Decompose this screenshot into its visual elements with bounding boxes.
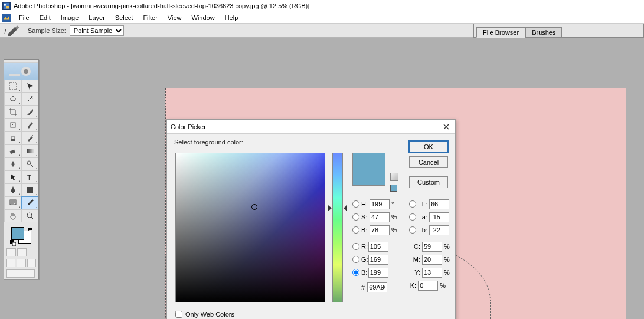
tool-grid: T bbox=[4, 80, 38, 222]
marquee-tool[interactable] bbox=[4, 80, 21, 93]
default-colors-icon[interactable] bbox=[10, 240, 16, 246]
radio-h[interactable] bbox=[352, 200, 359, 208]
input-bness[interactable] bbox=[370, 225, 390, 235]
type-tool[interactable]: T bbox=[21, 170, 38, 183]
color-wells: ⇄ bbox=[4, 222, 38, 247]
input-k[interactable] bbox=[418, 281, 438, 291]
radio-s[interactable] bbox=[352, 213, 359, 221]
only-web-colors[interactable]: Only Web Colors bbox=[175, 311, 234, 318]
menu-view[interactable]: View bbox=[164, 13, 186, 22]
input-a[interactable] bbox=[429, 212, 449, 222]
lasso-tool[interactable] bbox=[4, 93, 21, 106]
standard-mode-button[interactable] bbox=[6, 248, 16, 256]
radio-lab-b[interactable] bbox=[409, 226, 416, 234]
screen-mode-full[interactable] bbox=[27, 259, 36, 267]
input-r[interactable] bbox=[368, 242, 388, 252]
websafe-swatch[interactable] bbox=[390, 185, 397, 192]
window-title: Adobe Photoshop - [woman-wearing-pink-co… bbox=[14, 2, 309, 9]
photoshop-logo-icon bbox=[2, 2, 11, 10]
clone-stamp-tool[interactable] bbox=[4, 131, 21, 144]
eraser-tool[interactable] bbox=[4, 144, 21, 157]
notes-tool[interactable] bbox=[4, 196, 21, 209]
close-icon[interactable] bbox=[441, 121, 452, 132]
sample-size-select[interactable]: Point Sample bbox=[70, 25, 124, 36]
radio-l[interactable] bbox=[409, 200, 416, 208]
input-y[interactable] bbox=[422, 268, 442, 278]
separator bbox=[24, 25, 24, 36]
input-lab-b[interactable] bbox=[429, 225, 449, 235]
menu-help[interactable]: Help bbox=[221, 13, 243, 22]
custom-button[interactable]: Custom bbox=[409, 176, 448, 188]
ok-button[interactable]: OK bbox=[409, 141, 448, 153]
input-c[interactable] bbox=[422, 242, 442, 252]
brush-tool[interactable] bbox=[21, 119, 38, 131]
crop-tool[interactable] bbox=[4, 106, 21, 119]
svg-point-2 bbox=[4, 4, 6, 6]
suffix-pct: % bbox=[444, 243, 450, 250]
radio-a[interactable] bbox=[409, 213, 416, 221]
saturation-value-field[interactable] bbox=[175, 153, 325, 302]
radio-b[interactable] bbox=[352, 226, 359, 234]
pen-tool[interactable] bbox=[4, 183, 21, 196]
blur-tool[interactable] bbox=[4, 157, 21, 170]
svg-rect-3 bbox=[6, 6, 9, 9]
svg-point-7 bbox=[24, 69, 28, 74]
tab-file-browser[interactable]: File Browser bbox=[476, 27, 525, 38]
radio-blue[interactable] bbox=[352, 269, 359, 276]
hue-slider[interactable] bbox=[332, 153, 343, 302]
svg-rect-21 bbox=[12, 242, 16, 246]
zoom-tool[interactable] bbox=[21, 209, 38, 222]
input-blue[interactable] bbox=[368, 268, 388, 278]
screen-mode-standard[interactable] bbox=[6, 259, 15, 267]
svg-text:T: T bbox=[27, 174, 31, 181]
hand-tool[interactable] bbox=[4, 209, 21, 222]
only-web-colors-checkbox[interactable] bbox=[175, 311, 182, 318]
quickmask-mode-button[interactable] bbox=[17, 248, 27, 256]
gamut-cube-icon[interactable] bbox=[390, 173, 398, 181]
healing-brush-tool[interactable] bbox=[4, 119, 21, 131]
screen-mode-full-menus[interactable] bbox=[17, 259, 25, 267]
dialog-title: Color Picker bbox=[171, 123, 206, 130]
magic-wand-tool[interactable] bbox=[21, 93, 38, 106]
menu-select[interactable]: Select bbox=[111, 13, 138, 22]
input-l[interactable] bbox=[429, 199, 449, 209]
input-hex[interactable] bbox=[367, 282, 387, 292]
menu-window[interactable]: Window bbox=[188, 13, 219, 22]
menu-filter[interactable]: Filter bbox=[139, 13, 161, 22]
jump-to-imageready[interactable] bbox=[6, 269, 35, 278]
path-select-tool[interactable] bbox=[4, 170, 21, 183]
menu-file[interactable]: File bbox=[15, 13, 34, 22]
only-web-colors-label: Only Web Colors bbox=[185, 311, 234, 318]
menu-layer[interactable]: Layer bbox=[84, 13, 109, 22]
jump-row bbox=[4, 268, 38, 279]
swap-colors-icon[interactable]: ⇄ bbox=[28, 226, 32, 232]
input-m[interactable] bbox=[422, 255, 442, 265]
sv-marker[interactable] bbox=[251, 204, 257, 210]
eyedropper-tool[interactable] bbox=[21, 196, 38, 209]
toolbox[interactable]: T ⇄ bbox=[4, 59, 39, 279]
label-b: B: bbox=[361, 226, 370, 234]
radio-g[interactable] bbox=[352, 256, 359, 263]
menu-image[interactable]: Image bbox=[57, 13, 83, 22]
dialog-titlebar[interactable]: Color Picker bbox=[167, 120, 455, 134]
mode-row-2 bbox=[4, 258, 38, 268]
new-current-swatch[interactable] bbox=[352, 153, 385, 186]
input-h[interactable] bbox=[370, 199, 390, 209]
history-brush-tool[interactable] bbox=[21, 131, 38, 144]
shape-tool[interactable] bbox=[21, 183, 38, 196]
eyedropper-icon[interactable] bbox=[4, 25, 20, 36]
dodge-tool[interactable] bbox=[21, 157, 38, 170]
input-g[interactable] bbox=[368, 255, 388, 265]
slice-tool[interactable] bbox=[21, 106, 38, 119]
menu-edit[interactable]: Edit bbox=[35, 13, 55, 22]
foreground-color-swatch[interactable] bbox=[11, 227, 24, 240]
tab-brushes[interactable]: Brushes bbox=[525, 27, 562, 38]
move-tool[interactable] bbox=[21, 80, 38, 93]
input-s[interactable] bbox=[370, 212, 390, 222]
gradient-tool[interactable] bbox=[21, 144, 38, 157]
cancel-button[interactable]: Cancel bbox=[409, 156, 448, 168]
label-l: L: bbox=[418, 200, 427, 208]
mode-row-1 bbox=[4, 247, 38, 258]
hue-arrow-left-icon bbox=[328, 205, 332, 211]
radio-r[interactable] bbox=[352, 243, 359, 250]
